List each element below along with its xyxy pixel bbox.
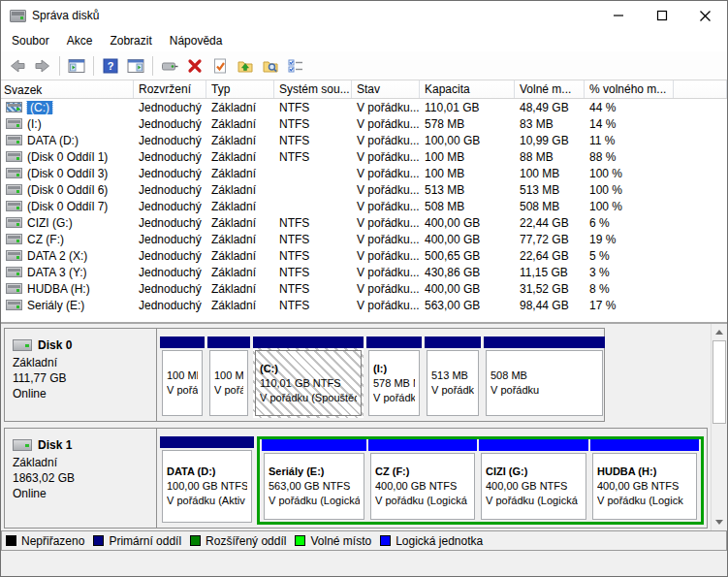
volume-filesystem: NTFS [274, 134, 352, 147]
table-row[interactable]: DATA (D:) Jednoduchý Základní NTFS V poř… [1, 132, 727, 148]
volume-layout: Jednoduchý [134, 183, 206, 197]
disk-status: Online [13, 386, 148, 401]
partition-serialy-e-drive[interactable]: Seriály (E:)563,00 GB NTFSV pořádku (Log… [262, 439, 366, 522]
scrollbar-down-button[interactable] [712, 514, 727, 530]
volume-free-pct: 6 % [585, 216, 674, 230]
volume-free-pct: 100 % [585, 167, 674, 180]
svg-text:?: ? [108, 60, 114, 72]
commit-check-icon[interactable] [208, 54, 232, 78]
volume-capacity: 563,00 GB [420, 299, 515, 312]
table-row[interactable]: (I:) Jednoduchý Základní NTFS V pořádku.… [1, 115, 727, 132]
extended-partition-color-swatch [190, 535, 201, 546]
column-header-typ[interactable]: Typ [206, 80, 274, 98]
table-row[interactable]: (Disk 0 Oddíl 6) Jednoduchý Základní V p… [1, 181, 727, 198]
volume-type: Základní [206, 117, 274, 131]
column-header-kapacita[interactable]: Kapacita [420, 80, 515, 98]
table-row[interactable]: CIZI (G:) Jednoduchý Základní NTFS V poř… [1, 214, 727, 231]
volume-type: Základní [206, 299, 274, 312]
folder-up-icon[interactable] [234, 54, 257, 78]
volume-icon [6, 300, 22, 310]
column-header-procento-volneho[interactable]: % volného m... [585, 80, 674, 98]
disk-icon [13, 339, 32, 351]
volume-type: Základní [206, 216, 274, 230]
volume-free-pct: 3 % [585, 266, 674, 279]
volume-name: (Disk 0 Oddíl 3) [27, 167, 108, 180]
menu-akce[interactable]: Akce [58, 32, 102, 49]
partition-disk0-oddil7[interactable]: 508 MBV pořádku [484, 337, 605, 418]
column-header-filler [674, 80, 727, 98]
partition-c-drive-selected[interactable]: (C:)110,01 GB NTFSV pořádku (Spouštěcí ( [253, 337, 364, 418]
partition-data-d-drive[interactable]: DATA (D:)100,00 GB NTFSV pořádku (Aktiv [160, 436, 254, 525]
volume-icon [6, 234, 22, 244]
disk-1-info[interactable]: Disk 1 Základní 1863,02 GB Online [5, 429, 157, 528]
volume-filesystem: NTFS [274, 150, 352, 164]
scrollbar-thumb[interactable] [712, 340, 726, 424]
menu-napoveda[interactable]: Nápověda [161, 32, 232, 49]
partition-hudba-h-drive[interactable]: HUDBA (H:)400,00 GB NTFSV pořádku (Logic… [590, 439, 699, 522]
nav-back-icon[interactable] [6, 54, 29, 78]
column-header-system-souboru[interactable]: Systém sou... [274, 80, 352, 98]
volume-name: Seriály (E:) [27, 299, 84, 312]
volume-name: DATA (D:) [27, 134, 79, 147]
partition-disk0-oddil6[interactable]: 513 MBV pořádku [425, 337, 481, 418]
volume-free: 22,64 GB [515, 249, 585, 263]
menu-zobrazit[interactable]: Zobrazit [101, 32, 160, 49]
column-header-volne-misto[interactable]: Volné m... [515, 80, 585, 98]
scrollbar-track[interactable] [712, 424, 727, 514]
table-row[interactable]: (Disk 0 Oddíl 1) Jednoduchý Základní NTF… [1, 148, 727, 165]
logical-drive-band [262, 439, 366, 451]
column-header-stav[interactable]: Stav [352, 80, 420, 98]
disk-pane-scrollbar [711, 324, 727, 530]
table-row[interactable]: Seriály (E:) Jednoduchý Základní NTFS V … [1, 297, 727, 313]
table-row[interactable]: DATA 2 (X:) Jednoduchý Základní NTFS V p… [1, 247, 727, 264]
volume-free-pct: 88 % [585, 150, 674, 164]
toolbar: ? [1, 51, 727, 80]
partition-cizi-g-drive[interactable]: CIZI (G:)400,00 GB NTFSV pořádku (Logick… [479, 439, 588, 522]
up-arrow-icon [715, 330, 723, 335]
show-action-pane-icon[interactable] [124, 54, 147, 78]
disk-0-info[interactable]: Disk 0 Základní 111,77 GB Online [5, 329, 157, 421]
volume-layout: Jednoduchý [134, 167, 206, 180]
partition-disk0-oddil1[interactable]: 100 MEV pořác [160, 337, 205, 418]
legend-primary-partition: Primární oddíl [93, 534, 181, 548]
toolbar-separator [152, 56, 153, 76]
maximize-button[interactable] [640, 1, 683, 30]
column-header-rozvrzeni[interactable]: Rozvržení [134, 80, 206, 98]
folder-search-icon[interactable] [259, 54, 282, 78]
column-header-svazek[interactable]: Svazek [1, 80, 134, 98]
partition-i-drive[interactable]: (I:)578 MB NTV pořádku [366, 337, 422, 418]
volume-name: (Disk 0 Oddíl 1) [27, 150, 108, 164]
volume-status: V pořádku... [352, 233, 420, 246]
partition-cz-f-drive[interactable]: CZ (F:)400,00 GB NTFSV pořádku (Logická [368, 439, 477, 522]
volume-filesystem: NTFS [274, 282, 352, 296]
table-row[interactable]: (Disk 0 Oddíl 3) Jednoduchý Základní V p… [1, 165, 727, 181]
nav-forward-icon[interactable] [31, 54, 54, 78]
primary-partition-band [253, 337, 364, 348]
volume-free-pct: 100 % [585, 200, 674, 213]
logical-drive-band [479, 439, 588, 451]
minimize-button[interactable] [596, 1, 640, 30]
volume-icon [6, 267, 22, 277]
volume-capacity: 430,86 GB [420, 266, 515, 279]
volume-name: (I:) [27, 117, 42, 131]
disk-name: Disk 1 [38, 437, 72, 453]
logical-drive-band [590, 439, 699, 451]
menu-soubor[interactable]: Soubor [3, 32, 58, 49]
table-row[interactable]: (Disk 0 Oddíl 7) Jednoduchý Základní V p… [1, 198, 727, 214]
close-button[interactable] [683, 1, 727, 30]
legend-free-space: Volné místo [295, 534, 371, 548]
volume-free-pct: 8 % [585, 282, 674, 296]
volume-layout: Jednoduchý [134, 150, 206, 164]
details-view-icon[interactable] [284, 54, 307, 78]
drive-properties-icon[interactable] [158, 54, 181, 78]
table-row[interactable]: DATA 3 (Y:) Jednoduchý Základní NTFS V p… [1, 264, 727, 280]
volume-filesystem: NTFS [274, 266, 352, 279]
table-row[interactable]: (C:) Jednoduchý Základní NTFS V pořádku.… [1, 99, 727, 115]
show-console-tree-icon[interactable] [65, 54, 88, 78]
table-row[interactable]: HUDBA (H:) Jednoduchý Základní NTFS V po… [1, 280, 727, 297]
help-icon[interactable]: ? [99, 54, 122, 78]
scrollbar-up-button[interactable] [712, 324, 727, 340]
table-row[interactable]: CZ (F:) Jednoduchý Základní NTFS V pořád… [1, 231, 727, 247]
partition-disk0-oddil3[interactable]: 100 MEV pořác [207, 337, 250, 418]
delete-volume-icon[interactable] [183, 54, 206, 78]
